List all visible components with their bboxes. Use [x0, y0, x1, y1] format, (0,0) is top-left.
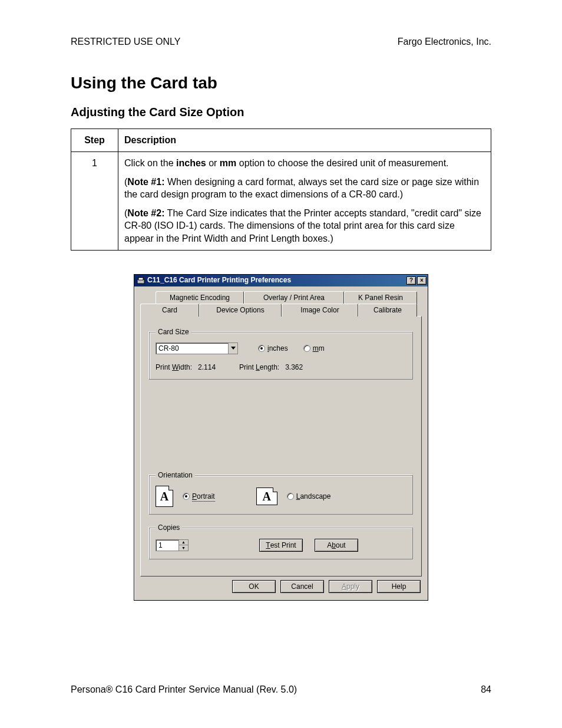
- tab-calibrate[interactable]: Calibrate: [358, 304, 417, 317]
- tab-device-options[interactable]: Device Options: [199, 304, 282, 317]
- landscape-icon: A: [256, 487, 277, 505]
- step-description: Click on the inches or mm option to choo…: [118, 151, 491, 250]
- close-button[interactable]: ×: [417, 276, 427, 285]
- card-size-legend: Card Size: [156, 327, 191, 337]
- header-left: RESTRICTED USE ONLY: [71, 35, 180, 48]
- dialog-title: C11_C16 Card Printer Printing Preference…: [147, 275, 405, 285]
- card-size-group: Card Size CR-80 inches: [149, 327, 413, 380]
- card-size-select[interactable]: CR-80: [156, 342, 238, 354]
- dialog-button-row: OK Cancel Apply Help: [140, 577, 422, 594]
- radio-mm[interactable]: mm: [303, 344, 325, 353]
- radio-dot-icon: [258, 345, 265, 352]
- print-length-value: 3.362: [285, 363, 303, 371]
- page-title: Using the Card tab: [71, 72, 491, 94]
- copies-value: 1: [156, 540, 178, 551]
- radio-dot-icon: [183, 493, 190, 500]
- step-number: 1: [71, 151, 118, 250]
- footer-left: Persona® C16 Card Printer Service Manual…: [71, 683, 297, 696]
- orientation-group: Orientation A Portrait A: [149, 470, 413, 515]
- radio-dot-icon: [303, 345, 310, 352]
- test-print-button[interactable]: Test Print: [259, 539, 303, 552]
- page-number: 84: [481, 683, 491, 696]
- dialog-screenshot: C11_C16 Card Printer Printing Preference…: [71, 274, 491, 601]
- tab-magnetic-encoding[interactable]: Magnetic Encoding: [156, 291, 244, 304]
- card-size-value: CR-80: [156, 344, 228, 353]
- col-description: Description: [118, 129, 491, 152]
- tab-overlay-print-area[interactable]: Overlay / Print Area: [244, 291, 344, 304]
- radio-inches[interactable]: inches: [258, 344, 288, 353]
- steps-table: Step Description 1 Click on the inches o…: [71, 129, 491, 250]
- doc-header: RESTRICTED USE ONLY Fargo Electronics, I…: [71, 35, 491, 48]
- help-button[interactable]: Help: [377, 580, 421, 593]
- print-width: Print Width: 2.114: [156, 363, 216, 372]
- header-right: Fargo Electronics, Inc.: [398, 35, 491, 48]
- tab-card[interactable]: Card: [140, 304, 199, 317]
- tab-strip: Magnetic Encoding Overlay / Print Area K…: [140, 291, 422, 577]
- tab-k-panel-resin[interactable]: K Panel Resin: [344, 291, 417, 304]
- orientation-legend: Orientation: [156, 470, 195, 480]
- ok-button[interactable]: OK: [232, 580, 276, 593]
- app-icon: [137, 276, 145, 285]
- tab-image-color[interactable]: Image Color: [282, 304, 358, 317]
- page-subtitle: Adjusting the Card Size Option: [71, 104, 491, 120]
- titlebar: C11_C16 Card Printer Printing Preference…: [134, 275, 428, 286]
- svg-marker-2: [231, 347, 236, 350]
- svg-rect-1: [138, 278, 143, 280]
- print-length: Print Length: 3.362: [239, 363, 303, 372]
- printing-preferences-dialog: C11_C16 Card Printer Printing Preference…: [134, 274, 428, 601]
- portrait-icon: A: [156, 486, 173, 507]
- copies-group: Copies 1 ▲ ▼ Test Print Abou: [149, 523, 413, 559]
- spinner-down-icon[interactable]: ▼: [178, 545, 188, 551]
- help-button[interactable]: ?: [406, 276, 416, 285]
- doc-footer: Persona® C16 Card Printer Service Manual…: [71, 683, 491, 696]
- radio-landscape[interactable]: Landscape: [287, 492, 331, 501]
- copies-legend: Copies: [156, 523, 182, 532]
- card-tab-panel: Card Size CR-80 inches: [140, 316, 422, 577]
- cancel-button[interactable]: Cancel: [280, 580, 324, 593]
- about-button[interactable]: About: [315, 539, 358, 552]
- radio-dot-icon: [287, 493, 294, 500]
- apply-button[interactable]: Apply: [329, 580, 372, 593]
- radio-portrait[interactable]: Portrait: [183, 492, 215, 502]
- copies-spinner[interactable]: 1 ▲ ▼: [156, 539, 189, 551]
- spinner-up-icon[interactable]: ▲: [178, 540, 188, 545]
- print-width-value: 2.114: [198, 363, 216, 371]
- col-step: Step: [71, 129, 118, 152]
- dropdown-arrow-icon[interactable]: [228, 343, 237, 354]
